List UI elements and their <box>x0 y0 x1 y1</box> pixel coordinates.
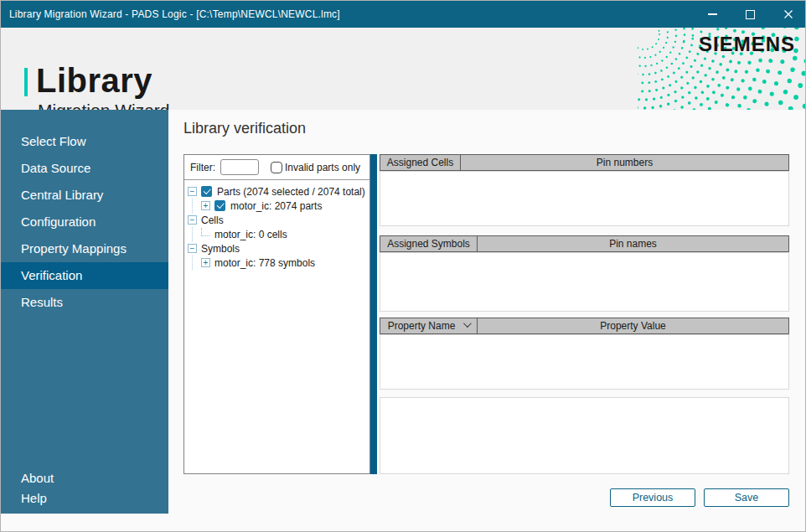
maximize-button[interactable] <box>731 1 769 28</box>
library-tree-panel: Filter: Invalid parts only − Parts (2074… <box>183 154 370 474</box>
collapse-icon[interactable]: − <box>188 244 197 253</box>
collapse-icon[interactable]: − <box>188 215 197 225</box>
tree-label: motor_ic: 2074 parts <box>230 200 322 212</box>
sidebar-item-select-flow[interactable]: Select Flow <box>1 128 168 155</box>
tree-row-parts-motor-ic[interactable]: + motor_ic: 2074 parts <box>188 199 366 213</box>
previous-button[interactable]: Previous <box>610 488 695 507</box>
assigned-symbols-table-header: Assigned Symbols Pin names <box>380 235 789 252</box>
filter-input[interactable] <box>220 159 259 175</box>
assigned-symbols-column-header: Assigned Symbols <box>380 236 477 251</box>
pin-numbers-column-header: Pin numbers <box>461 155 788 170</box>
sidebar-item-data-source[interactable]: Data Source <box>1 155 168 182</box>
tree-label: Parts (2074 selected / 2074 total) <box>217 186 365 198</box>
tree-label: motor_ic: 778 symbols <box>214 257 315 269</box>
filter-row: Filter: Invalid parts only <box>184 155 369 180</box>
assigned-symbols-table-body[interactable] <box>380 252 789 312</box>
details-panel <box>380 397 789 474</box>
assigned-cells-table-header: Assigned Cells Pin numbers <box>380 154 789 171</box>
tree-row-parts[interactable]: − Parts (2074 selected / 2074 total) <box>188 184 366 199</box>
tree-checkbox-checked[interactable] <box>214 200 225 211</box>
sidebar-nav: Select Flow Data Source Central Library … <box>1 110 168 316</box>
property-name-column-header[interactable]: Property Name <box>380 318 477 333</box>
tree-row-cells[interactable]: − Cells <box>188 213 366 227</box>
tree-leaf-icon <box>201 228 209 236</box>
tree-guide-line <box>192 227 193 241</box>
sidebar-item-verification[interactable]: Verification <box>1 262 168 289</box>
properties-table-body[interactable] <box>380 334 789 390</box>
minimize-button[interactable] <box>694 1 731 28</box>
sidebar-item-central-library[interactable]: Central Library <box>1 182 168 209</box>
chevron-down-icon <box>463 319 472 328</box>
tree-checkbox-checked[interactable] <box>201 186 212 197</box>
main-content: Library verification Filter: Invalid par… <box>168 110 806 532</box>
titlebar: Library Migration Wizard - PADS Logic - … <box>1 1 806 28</box>
tree-label: motor_ic: 0 cells <box>214 229 287 240</box>
sidebar: Select Flow Data Source Central Library … <box>1 110 168 514</box>
filter-label: Filter: <box>190 162 215 173</box>
save-button[interactable]: Save <box>704 488 789 507</box>
assigned-cells-column-header: Assigned Cells <box>380 155 460 170</box>
property-name-label: Property Name <box>388 320 456 332</box>
window-title: Library Migration Wizard - PADS Logic - … <box>1 8 340 20</box>
invalid-parts-only-control[interactable]: Invalid parts only <box>271 162 360 173</box>
close-icon <box>783 9 793 19</box>
page-title: Library verification <box>183 120 306 137</box>
collapse-icon[interactable]: − <box>188 187 197 196</box>
tree-guide-line <box>192 256 193 270</box>
panel-splitter-handle[interactable] <box>370 154 377 474</box>
invalid-parts-only-checkbox[interactable] <box>271 162 282 173</box>
sidebar-item-help[interactable]: Help <box>1 488 168 509</box>
property-value-column-header: Property Value <box>478 318 788 333</box>
expand-icon[interactable]: + <box>201 258 210 267</box>
maximize-icon <box>746 10 755 19</box>
properties-table-header: Property Name Property Value <box>380 318 789 334</box>
minimize-icon <box>708 13 717 15</box>
pin-names-column-header: Pin names <box>478 236 788 251</box>
tree-label: Cells <box>201 214 224 226</box>
sidebar-item-about[interactable]: About <box>1 468 168 488</box>
header: Library Migration Wizard <box>1 28 806 110</box>
sidebar-item-results[interactable]: Results <box>1 289 168 316</box>
tree-label: Symbols <box>201 243 240 255</box>
brand-accent-bar <box>24 68 28 96</box>
tree-row-cells-motor-ic[interactable]: motor_ic: 0 cells <box>188 227 366 241</box>
assigned-cells-table-body[interactable] <box>380 171 789 226</box>
sidebar-footer: About Help <box>1 468 168 509</box>
sidebar-item-configuration[interactable]: Configuration <box>1 209 168 235</box>
invalid-parts-only-label: Invalid parts only <box>285 162 360 173</box>
sidebar-item-property-mappings[interactable]: Property Mappings <box>1 235 168 262</box>
brand-title: Library <box>36 63 170 98</box>
window-controls <box>694 1 806 28</box>
siemens-wordmark: SIEMENS <box>699 33 795 56</box>
tree-guide-line <box>192 199 193 213</box>
library-tree: − Parts (2074 selected / 2074 total) + m… <box>184 180 369 274</box>
expand-icon[interactable]: + <box>201 201 210 210</box>
siemens-logo-area: SIEMENS <box>638 28 806 110</box>
tree-row-symbols[interactable]: − Symbols <box>188 241 366 256</box>
app-window: Library Migration Wizard - PADS Logic - … <box>0 0 806 532</box>
tree-row-symbols-motor-ic[interactable]: + motor_ic: 778 symbols <box>188 256 366 270</box>
close-button[interactable] <box>769 1 806 28</box>
